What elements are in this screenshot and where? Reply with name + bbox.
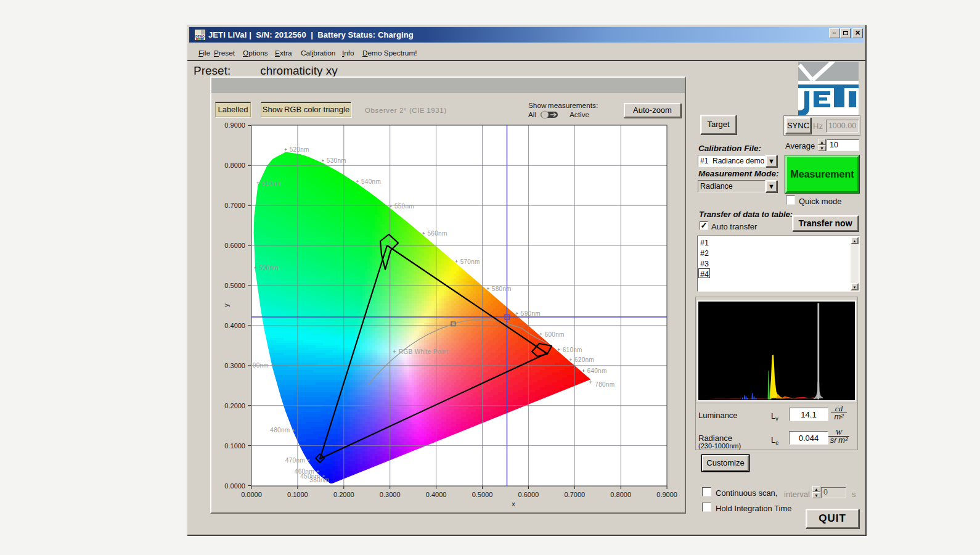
svg-text:0.3000: 0.3000	[380, 491, 401, 498]
svg-text:580nm: 580nm	[492, 286, 512, 292]
svg-text:0.1000: 0.1000	[287, 491, 308, 498]
svg-text:380nm: 380nm	[309, 477, 329, 483]
svg-text:0.7000: 0.7000	[564, 491, 585, 498]
svg-text:0.3000: 0.3000	[224, 362, 245, 369]
svg-text:DEMO: DEMO	[195, 35, 205, 38]
svg-text:490nm: 490nm	[249, 362, 269, 369]
svg-text:620nm: 620nm	[574, 356, 594, 363]
svg-text:480nm: 480nm	[270, 427, 290, 434]
svg-text:540nm: 540nm	[361, 178, 381, 185]
svg-text:0.7000: 0.7000	[224, 202, 245, 209]
svg-text:0.4000: 0.4000	[224, 322, 245, 329]
svg-text:0.6000: 0.6000	[518, 491, 539, 498]
svg-text:530nm: 530nm	[327, 157, 346, 164]
svg-text:0.2000: 0.2000	[333, 491, 354, 498]
svg-text:470nm: 470nm	[285, 457, 305, 464]
svg-text:550nm: 550nm	[394, 203, 414, 210]
svg-text:y: y	[223, 303, 230, 307]
svg-text:0.1000: 0.1000	[224, 442, 245, 450]
svg-text:0.5000: 0.5000	[472, 491, 493, 498]
svg-text:560nm: 560nm	[427, 230, 447, 237]
svg-text:460nm: 460nm	[295, 468, 314, 475]
svg-text:0.6000: 0.6000	[224, 242, 245, 249]
svg-text:0.2000: 0.2000	[224, 402, 245, 409]
svg-text:780nm: 780nm	[595, 381, 615, 388]
svg-text:500nm: 500nm	[259, 265, 279, 271]
svg-text:0.0000: 0.0000	[241, 491, 262, 498]
svg-text:0.5000: 0.5000	[224, 282, 245, 289]
svg-text:590nm: 590nm	[521, 310, 541, 317]
svg-text:0.4000: 0.4000	[426, 491, 447, 498]
svg-text:640nm: 640nm	[587, 368, 607, 374]
svg-text:0.8000: 0.8000	[224, 162, 245, 169]
svg-text:0.9000: 0.9000	[656, 491, 677, 498]
svg-text:510nm: 510nm	[261, 180, 281, 187]
svg-text:0.9000: 0.9000	[224, 121, 245, 129]
svg-text:0.0000: 0.0000	[224, 482, 245, 490]
svg-text:x: x	[512, 500, 515, 508]
svg-text:570nm: 570nm	[460, 258, 480, 265]
svg-text:0.8000: 0.8000	[610, 491, 631, 498]
svg-text:600nm: 600nm	[545, 331, 565, 338]
svg-text:610nm: 610nm	[563, 347, 582, 353]
svg-text:520nm: 520nm	[290, 146, 309, 153]
svg-text:RGB White Point: RGB White Point	[399, 348, 448, 355]
